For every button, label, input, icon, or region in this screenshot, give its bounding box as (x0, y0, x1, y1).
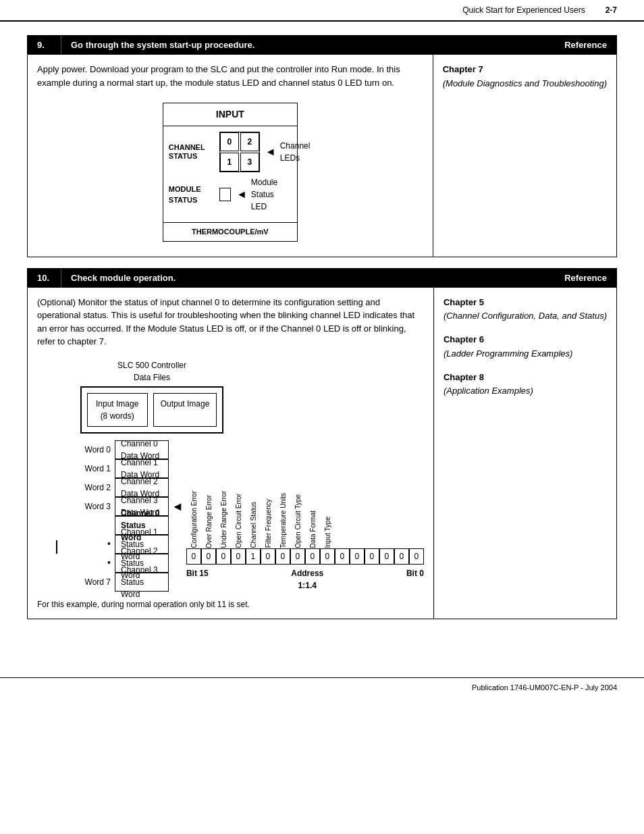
bit-col-under-range: Under Range Error (216, 491, 231, 548)
bit-col-input-type: Input Type (320, 517, 335, 548)
caption: For this example, during normal operatio… (37, 598, 424, 610)
bit-cell-14: 0 (201, 548, 216, 565)
content-area: 9. Go through the system start-up procee… (0, 22, 644, 657)
step-10-body: (Optional) Monitor the status of input c… (28, 287, 616, 619)
step-10-header: 10. Check module operation. Reference (28, 269, 616, 287)
step-10-ref1-title: Chapter 5 (444, 296, 607, 310)
led-0: 0 (220, 132, 239, 151)
bit-col-over-range: Over Range Error (201, 495, 216, 548)
step-9-refs: Chapter 7 (Module Diagnostics and Troubl… (433, 55, 616, 257)
bit-cell-7: 0 (305, 548, 320, 565)
step-9-box: 9. Go through the system start-up procee… (27, 35, 617, 257)
controller-files-box: Input Image(8 words) Output Image (80, 386, 224, 434)
bit-cell-0: 0 (409, 548, 424, 565)
bit-col-open-circuit-err: Open Circuit Error (231, 494, 246, 548)
output-image-box: Output Image (153, 393, 217, 427)
module-status-led-label: Module Status LED (251, 176, 292, 213)
horiz-line-bottom (56, 540, 57, 554)
bit-cell-1: 0 (394, 548, 409, 565)
word-row-status3: Word 7 Channel 3 Status Word (78, 573, 169, 592)
step-10-ref2-sub: (Ladder Programming Examples) (444, 347, 607, 361)
word-bullet-2: • (78, 556, 115, 570)
bit-cell-15: 0 (186, 548, 201, 565)
module-status-label: MODULE STATUS (169, 184, 219, 206)
word-label-0: Word 0 (78, 444, 115, 456)
step-10-ref3-title: Chapter 8 (444, 371, 607, 385)
bit-col-channel-status: Channel Status (246, 502, 261, 548)
diagram-title: INPUT (163, 103, 297, 126)
input-diagram-box: INPUT CHANNELSTATUS 0 2 1 3 (163, 103, 298, 242)
led-2: 2 (240, 132, 259, 151)
address-label: Address1:1.4 (291, 567, 323, 592)
bit-values: 0 0 0 0 1 0 0 0 0 0 (186, 548, 424, 565)
word-label-2: Word 2 (78, 481, 115, 494)
word-label-3: Word 3 (78, 500, 115, 513)
status-arrow-area: ◄ (169, 498, 186, 592)
step-9-text: Apply power. Download your program to th… (37, 63, 423, 89)
bit-cell-6: 0 (320, 548, 335, 565)
bit-cell-10: 0 (261, 548, 275, 565)
step-9-body: Apply power. Download your program to th… (28, 54, 616, 257)
bit-col-filter-freq: Filter Frequency (261, 499, 275, 548)
word-name-status3: Channel 3 Status Word (115, 573, 169, 592)
bit-cell-12: 0 (231, 548, 246, 565)
page-header: Quick Start for Experienced Users 2-7 (0, 0, 644, 22)
thermocouple-label: THERMOCOUPLE/mV (163, 222, 297, 241)
bit-col-open-circuit-type: Open Circuit Type (290, 494, 305, 548)
page-number: 2-7 (606, 5, 617, 15)
step-10-ref3-sub: (Application Examples) (444, 384, 607, 398)
led-arrow: ◄ (265, 144, 276, 160)
word-label-1: Word 1 (78, 463, 115, 475)
step-9-header: 9. Go through the system start-up procee… (28, 36, 616, 54)
word-bullet-1: • (78, 537, 115, 551)
bit-cell-8: 0 (290, 548, 305, 565)
bit-col-data-format: Data Format (305, 511, 320, 548)
bit-range-labels: Bit 15 Address1:1.4 Bit 0 (186, 567, 424, 592)
bit-col-temp-units: Temperature Units (275, 493, 290, 548)
word-label-status3: Word 7 (78, 576, 115, 588)
step-9-title: Go through the system start-up proceedur… (61, 36, 542, 54)
bit-cell-11: 1 (246, 548, 261, 565)
bit-cell-3: 0 (365, 548, 379, 565)
step-10-box: 10. Check module operation. Reference (O… (27, 268, 617, 619)
module-arrow: ◄ (236, 186, 247, 203)
step-9-number: 9. (28, 36, 61, 54)
step-10-refs: Chapter 5 (Channel Configuration, Data, … (434, 288, 616, 619)
led-1: 1 (220, 153, 239, 172)
step-10-ref1-sub: (Channel Configuration, Data, and Status… (444, 309, 607, 323)
input-image-box: Input Image(8 words) (87, 393, 148, 427)
bit0-label: Bit 0 (406, 567, 424, 592)
bit15-label: Bit 15 (186, 567, 209, 592)
bit-col-headers: Configuration Error Over Range Error Und… (186, 461, 424, 548)
words-and-bits: Word 0 Channel 0 Data Word Word 1 Channe… (37, 440, 424, 592)
step-9-content: Apply power. Download your program to th… (28, 55, 433, 257)
bit-cell-9: 0 (275, 548, 290, 565)
bit-col-config-err: Configuration Error (186, 491, 201, 548)
bit-grid: Configuration Error Over Range Error Und… (186, 461, 424, 592)
slc-controller-section: SLC 500 ControllerData Files Input Image… (78, 359, 226, 434)
status-arrow-icon: ◄ (171, 498, 184, 516)
step-10-ref2-title: Chapter 6 (444, 333, 607, 347)
data-diagram: SLC 500 ControllerData Files Input Image… (37, 359, 424, 610)
page: Quick Start for Experienced Users 2-7 9.… (0, 0, 644, 834)
step-10-number: 10. (28, 269, 61, 287)
step-10-title: Check module operation. (61, 269, 542, 287)
bit-cell-4: 0 (350, 548, 365, 565)
module-led-box (219, 188, 231, 201)
step-9-ref1-sub: (Module Diagnostics and Troubleshooting) (443, 77, 607, 91)
channel-leds-label: Channel LEDs (280, 140, 311, 164)
bit-cell-13: 0 (216, 548, 231, 565)
footer-text: Publication 1746-UM007C-EN-P - July 2004 (472, 683, 617, 692)
led-3: 3 (240, 153, 259, 172)
step-10-ref-header: Reference (542, 269, 616, 287)
channel-status-label: CHANNELSTATUS (169, 143, 219, 161)
step-9-ref1-title: Chapter 7 (443, 63, 607, 77)
controller-label: SLC 500 ControllerData Files (117, 359, 186, 384)
channel-led-grid: 0 2 1 3 (219, 132, 260, 172)
bit-cell-2: 0 (379, 548, 394, 565)
words-list: Word 0 Channel 0 Data Word Word 1 Channe… (78, 440, 169, 592)
header-section: Quick Start for Experienced Users (462, 5, 585, 15)
page-footer: Publication 1746-UM007C-EN-P - July 2004 (0, 677, 644, 697)
step-10-content: (Optional) Monitor the status of input c… (28, 288, 434, 619)
step-9-ref-header: Reference (542, 36, 616, 54)
